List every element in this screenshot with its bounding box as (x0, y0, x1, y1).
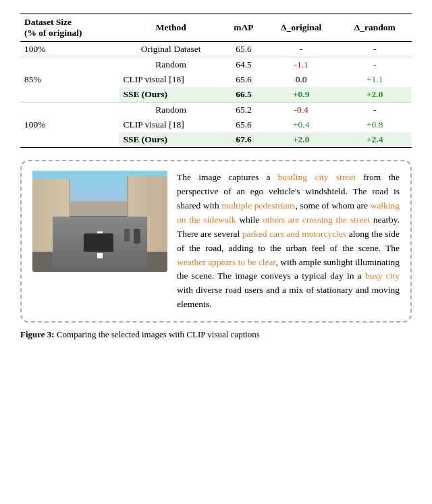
delta-rand: - (338, 103, 412, 118)
dataset-size: 100% (20, 103, 119, 148)
street-image (32, 171, 167, 272)
table-row: 100% Random 65.2 -0.4 - (20, 103, 412, 118)
map-value: 64.5 (223, 57, 265, 73)
col-header-delta-orig: Δ_original (265, 14, 338, 42)
method-name: CLIP visual [18] (119, 117, 223, 132)
sky (70, 171, 127, 201)
map-value: 65.6 (223, 117, 265, 132)
desc-text-8: with diverse road users and a mix of sta… (177, 285, 400, 309)
figure-description: The image captures a bustling city stree… (177, 171, 400, 312)
figure-container: The image captures a bustling city stree… (20, 160, 412, 323)
table-row: 100% Original Dataset 65.6 - - (20, 42, 412, 57)
method-name: Original Dataset (119, 42, 223, 57)
delta-rand: - (338, 42, 412, 57)
delta-rand: - (338, 57, 412, 73)
delta-orig: -0.4 (265, 103, 338, 118)
delta-rand: +2.0 (338, 87, 412, 103)
pedestrian-1 (134, 229, 140, 244)
desc-highlight-2: multiple pedestrians (221, 200, 295, 211)
desc-highlight-6: weather appears to be clear (177, 257, 276, 267)
delta-rand: +2.4 (338, 132, 412, 148)
table-row: 85% Random 64.5 -1.1 - (20, 57, 412, 73)
desc-text-3: , some of whom are (296, 200, 371, 211)
dataset-size: 85% (20, 57, 119, 103)
col-header-method: Method (119, 14, 223, 42)
desc-highlight-7: busy city (365, 271, 400, 281)
delta-rand: +0.8 (338, 117, 412, 132)
col-header-delta-rand: Δ_random (338, 14, 412, 42)
delta-orig: +0.4 (265, 117, 338, 132)
method-name: Random (119, 57, 223, 73)
delta-rand: +1.1 (338, 72, 412, 87)
delta-orig: 0.0 (265, 72, 338, 87)
method-name: SSE (Ours) (119, 87, 223, 103)
map-value: 65.6 (223, 42, 265, 57)
figure-caption: Figure 3: Comparing the selected images … (20, 329, 412, 340)
delta-orig: - (265, 42, 338, 57)
desc-highlight-4: others are crossing the street (263, 215, 370, 225)
results-table: Dataset Size(% of original) Method mAP Δ… (20, 13, 412, 148)
map-value: 65.2 (223, 103, 265, 118)
delta-orig: +0.9 (265, 87, 338, 103)
results-table-container: Dataset Size(% of original) Method mAP Δ… (20, 13, 412, 148)
col-header-map: mAP (223, 14, 265, 42)
desc-highlight-5: parked cars and motorcycles (242, 229, 346, 239)
map-value: 65.6 (223, 72, 265, 87)
desc-highlight-1: bustling city street (278, 172, 356, 182)
map-value: 66.5 (223, 87, 265, 103)
desc-text-1: The image captures a (177, 172, 278, 182)
method-name: CLIP visual [18] (119, 72, 223, 87)
desc-text-4: while (236, 215, 262, 225)
map-value: 67.6 (223, 132, 265, 148)
delta-orig: +2.0 (265, 132, 338, 148)
street-scene-graphic (32, 171, 167, 272)
pedestrian-2 (124, 229, 130, 242)
dataset-size: 100% (20, 42, 119, 57)
col-header-dataset: Dataset Size(% of original) (20, 14, 119, 42)
method-name: SSE (Ours) (119, 132, 223, 148)
method-name: Random (119, 103, 223, 118)
car (84, 233, 113, 252)
delta-orig: -1.1 (265, 57, 338, 73)
